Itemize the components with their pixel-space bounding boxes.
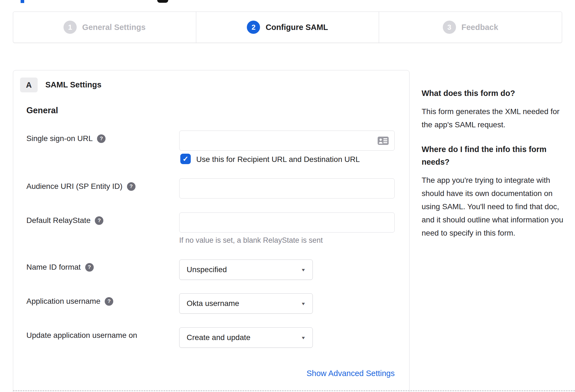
single-sign-on-url-input[interactable] xyxy=(179,131,395,151)
help-icon[interactable]: ? xyxy=(127,182,136,191)
name-id-format-select[interactable]: Unspecified ▼ xyxy=(179,260,313,280)
single-sign-on-url-input-wrap xyxy=(179,131,395,151)
label-text: Application username xyxy=(26,297,100,306)
default-relaystate-input[interactable] xyxy=(179,212,395,233)
sidebar-answer-1: This form generates the XML needed for t… xyxy=(422,105,564,131)
wizard-stepper: 1 General Settings 2 Configure SAML 3 Fe… xyxy=(13,12,562,43)
select-value: Create and update xyxy=(187,333,301,342)
section-title: SAML Settings xyxy=(45,80,101,89)
help-icon[interactable]: ? xyxy=(85,263,94,272)
step-feedback[interactable]: 3 Feedback xyxy=(379,12,562,43)
recipient-destination-checkbox[interactable]: ✓ xyxy=(180,154,191,164)
single-sign-on-url-label: Single sign-on URL ? xyxy=(26,134,106,143)
step-label: Feedback xyxy=(461,23,498,32)
step-label: Configure SAML xyxy=(266,23,328,32)
relaystate-hint: If no value is set, a blank RelayState i… xyxy=(179,236,323,245)
label-text: Name ID format xyxy=(26,263,81,272)
audience-uri-input[interactable] xyxy=(179,178,395,198)
show-advanced-settings-link[interactable]: Show Advanced Settings xyxy=(179,369,395,378)
chevron-down-icon: ▼ xyxy=(301,301,306,306)
chevron-down-icon: ▼ xyxy=(301,335,306,340)
audience-uri-label: Audience URI (SP Entity ID) ? xyxy=(26,182,136,191)
application-username-select[interactable]: Okta username ▼ xyxy=(179,293,313,314)
label-text: Default RelayState xyxy=(26,216,90,225)
default-relaystate-label: Default RelayState ? xyxy=(26,216,103,225)
sidebar-answer-2: The app you're trying to integrate with … xyxy=(422,174,564,240)
check-icon: ✓ xyxy=(183,155,189,163)
contact-card-icon xyxy=(378,137,389,145)
step-number-badge: 3 xyxy=(443,21,456,34)
step-configure-saml[interactable]: 2 Configure SAML xyxy=(196,12,379,43)
cutoff-lock-icon xyxy=(157,0,168,3)
cutoff-title-fragment xyxy=(21,0,24,3)
label-text: Single sign-on URL xyxy=(26,134,93,143)
general-group-heading: General xyxy=(26,106,58,115)
label-text: Audience URI (SP Entity ID) xyxy=(26,182,123,191)
section-a-badge: A xyxy=(20,78,38,92)
audience-uri-input-wrap xyxy=(179,178,395,198)
saml-settings-panel: A SAML Settings General Single sign-on U… xyxy=(13,70,410,392)
step-general-settings[interactable]: 1 General Settings xyxy=(13,12,196,43)
step-number-badge: 1 xyxy=(63,21,77,34)
label-text: Update application username on xyxy=(26,331,137,340)
help-sidebar: What does this form do? This form genera… xyxy=(422,87,564,251)
select-value: Unspecified xyxy=(187,265,301,274)
update-application-username-select[interactable]: Create and update ▼ xyxy=(179,327,313,348)
step-label: General Settings xyxy=(82,23,145,32)
help-icon[interactable]: ? xyxy=(97,134,106,143)
application-username-label: Application username ? xyxy=(26,297,113,306)
name-id-format-label: Name ID format ? xyxy=(26,263,94,272)
sidebar-question-2: Where do I find the info this form needs… xyxy=(422,143,564,168)
select-value: Okta username xyxy=(187,299,301,308)
dashed-separator xyxy=(13,390,575,391)
sidebar-question-1: What does this form do? xyxy=(422,87,564,100)
default-relaystate-input-wrap xyxy=(179,212,395,233)
help-icon[interactable]: ? xyxy=(105,297,113,306)
recipient-destination-checkbox-label[interactable]: Use this for Recipient URL and Destinati… xyxy=(196,155,360,164)
chevron-down-icon: ▼ xyxy=(301,267,306,272)
help-icon[interactable]: ? xyxy=(95,216,103,225)
step-number-badge: 2 xyxy=(247,21,260,34)
update-application-username-label: Update application username on xyxy=(26,331,137,340)
